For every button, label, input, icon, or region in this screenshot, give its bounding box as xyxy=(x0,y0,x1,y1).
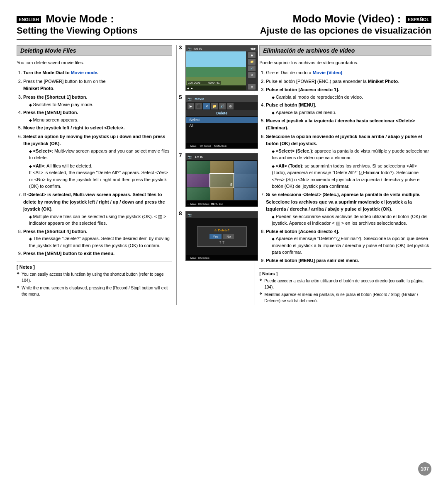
step-5: Move the joystick left / right to select… xyxy=(23,124,172,132)
spanish-step-5: Mueva el joystick a la izquierda / derec… xyxy=(266,117,431,132)
spanish-note-2: Mientras aparece el menú en pantalla, si… xyxy=(259,291,431,304)
screen-5: 5 📷Movie ▶ ⬛ ✕ 📁 🔊 ⚙ Delete xyxy=(185,95,253,149)
yes-button[interactable]: Yes xyxy=(209,234,222,239)
spanish-section-title: Eliminación de archivos de vídeo xyxy=(259,45,431,56)
header-right: Modo Movie (Video) : ESPAÑOL Ajuste de l… xyxy=(260,12,431,36)
english-title-line1: ENGLISH Movie Mode : xyxy=(17,12,138,25)
screenshots-column: 3 📷4/6 IN◀ ▶ 100-0006 00:04:41 ◀▶ xyxy=(176,45,255,305)
main-layout: Deleting Movie Files You can delete save… xyxy=(17,45,431,305)
spanish-column: Eliminación de archivos de vídeo Puede s… xyxy=(255,45,431,305)
english-steps: Turn the Mode Dial to Movie mode. Press … xyxy=(17,69,172,257)
english-section-title: Deleting Movie Files xyxy=(17,45,172,56)
english-badge: ENGLISH xyxy=(17,16,41,23)
step-1: Turn the Mode Dial to Movie mode. xyxy=(23,69,172,77)
step-9: Press the [MENU] button to exit the menu… xyxy=(23,250,172,257)
espanol-badge: ESPAÑOL xyxy=(406,16,431,23)
spanish-title-line2: Ajuste de las opciones de visualización xyxy=(260,25,431,36)
step-8: Press the [Shortcut 4] button. The messa… xyxy=(23,228,172,249)
english-column: Deleting Movie Files You can delete save… xyxy=(17,45,176,305)
step-6: Select an option by moving the joystick … xyxy=(23,133,172,190)
spanish-step-1: Gire el Dial de modo a Movie (Video). xyxy=(266,69,431,77)
english-note-1: You can easily access this function by u… xyxy=(17,271,172,284)
spanish-steps: Gire el Dial de modo a Movie (Video). Pu… xyxy=(259,69,431,264)
step-4: Press the [MENU] button. Menu screen app… xyxy=(23,109,172,123)
spanish-step-2: Pulse el botón [POWER] (ENC.) para encen… xyxy=(266,78,431,85)
spanish-title-line1: Modo Movie (Video) : ESPAÑOL xyxy=(260,12,431,25)
page-header: ENGLISH Movie Mode : Setting the Viewing… xyxy=(17,12,431,40)
step-3: Press the [Shortcut 1] button. Switches … xyxy=(23,94,172,108)
spanish-notes-title: [ Notas ] xyxy=(259,271,431,276)
screen-3-display: 📷4/6 IN◀ ▶ 100-0006 00:04:41 ◀▶ xyxy=(185,45,258,91)
english-intro: You can delete saved movie files. xyxy=(17,60,172,65)
header-left: ENGLISH Movie Mode : Setting the Viewing… xyxy=(17,12,138,36)
spanish-note-1: Puede acceder a esta función utilizando … xyxy=(259,278,431,290)
spanish-step-4: Pulse el botón [MENU]. Aparece la pantal… xyxy=(266,102,431,116)
no-button[interactable]: No xyxy=(223,234,234,239)
spanish-step-7: Si se selecciona <Select> (Selec.), apar… xyxy=(266,191,431,227)
screen-3-number: 3 xyxy=(179,44,182,51)
spanish-intro: Puede suprimir los archivos de vídeo gua… xyxy=(259,60,431,65)
spanish-notes: [ Notas ] Puede acceder a esta función u… xyxy=(259,268,431,304)
screen-7-display: 📷1/6 IN 🗑 ↔ MoveOK SelectM xyxy=(185,153,258,207)
screen-7: 7 📷1/6 IN 🗑 xyxy=(185,153,253,207)
screen-7-number: 7 xyxy=(179,152,182,158)
spanish-step-8: Pulse el botón [Acceso directo 4]. Apare… xyxy=(266,228,431,256)
spanish-step-6: Seleccione la opción moviendo el joystic… xyxy=(266,133,431,190)
step-7: If <Select> is selected, Multi-view scre… xyxy=(23,191,172,227)
screen-3: 3 📷4/6 IN◀ ▶ 100-0006 00:04:41 ◀▶ xyxy=(185,45,253,91)
english-notes: [ Notes ] You can easily access this fun… xyxy=(17,262,172,297)
english-title-line2: Setting the Viewing Options xyxy=(17,25,138,36)
english-notes-title: [ Notes ] xyxy=(17,265,172,269)
page: ENGLISH Movie Mode : Setting the Viewing… xyxy=(0,0,448,488)
english-note-2: While the menu screen is displayed, pres… xyxy=(17,285,172,297)
screen-8-display: 📷 ⚠ Delete? Yes No ? 7 ↔ Mo xyxy=(185,211,258,261)
step-2: Press the [POWER] button to turn on the … xyxy=(23,78,172,92)
screen-8: 8 📷 ⚠ Delete? Yes No ? 7 xyxy=(185,211,253,261)
screen-8-number: 8 xyxy=(179,210,182,216)
spanish-step-3: Pulse el botón [Acceso directo 1]. Cambi… xyxy=(266,86,431,100)
page-number-badge: 107 xyxy=(418,462,431,476)
screen-5-display: 📷Movie ▶ ⬛ ✕ 📁 🔊 ⚙ Delete Select All xyxy=(185,95,258,149)
spanish-step-9: Pulse el botón [MENU] para salir del men… xyxy=(266,257,431,265)
screen-5-number: 5 xyxy=(179,94,182,100)
